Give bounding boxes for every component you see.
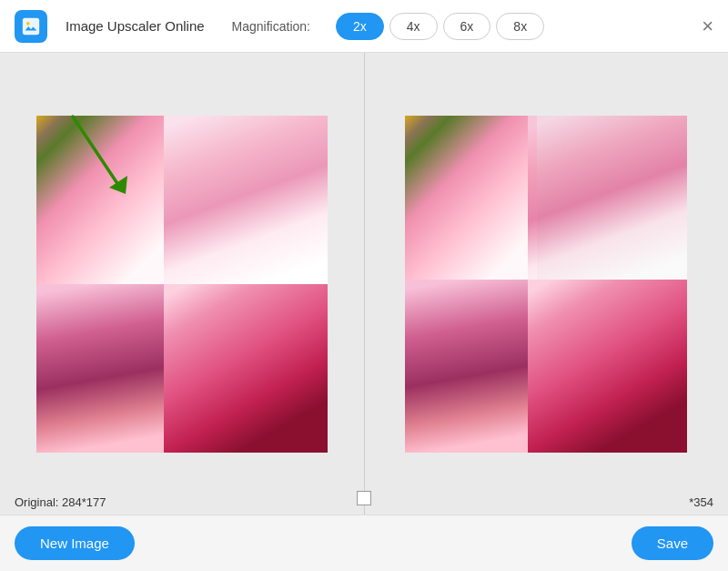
footer: New Image Save bbox=[0, 515, 728, 571]
upscaled-image-mosaic bbox=[405, 116, 687, 453]
svg-point-1 bbox=[26, 21, 30, 25]
mag-8x-button[interactable]: 8x bbox=[496, 13, 544, 40]
original-image-mosaic bbox=[36, 116, 328, 453]
original-tile-bottom-left bbox=[36, 284, 173, 453]
mag-6x-button[interactable]: 6x bbox=[443, 13, 491, 40]
original-panel: Original: 284*177 bbox=[0, 53, 364, 515]
upscaled-panel: *354 bbox=[365, 53, 729, 515]
upscaled-label: *354 bbox=[689, 495, 713, 509]
magnification-label: Magnification: bbox=[232, 19, 310, 34]
original-label: Original: 284*177 bbox=[15, 495, 106, 509]
close-button[interactable]: × bbox=[702, 16, 713, 36]
app-title: Image Upscaler Online bbox=[66, 18, 205, 34]
upscaled-tile-bottom-left bbox=[405, 280, 537, 453]
new-image-button[interactable]: New Image bbox=[15, 526, 135, 560]
original-tile-bottom-right bbox=[164, 284, 328, 453]
app-header: Image Upscaler Online Magnification: 2x … bbox=[0, 0, 728, 53]
save-button[interactable]: Save bbox=[632, 526, 713, 560]
mag-4x-button[interactable]: 4x bbox=[389, 13, 438, 40]
svg-rect-0 bbox=[23, 17, 39, 34]
upscaled-tile-bottom-right bbox=[528, 280, 687, 453]
original-tile-top-right bbox=[164, 116, 328, 298]
app-logo bbox=[15, 10, 47, 43]
main-area: Original: 284*177 *354 bbox=[0, 53, 728, 515]
compare-checkbox[interactable] bbox=[357, 491, 371, 505]
upscaled-tile-top-left bbox=[405, 116, 537, 293]
upscaled-tile-top-right bbox=[528, 116, 687, 293]
magnification-buttons: 2x 4x 6x 8x bbox=[336, 13, 544, 40]
mag-2x-button[interactable]: 2x bbox=[336, 13, 384, 40]
original-tile-top-left bbox=[36, 116, 173, 298]
